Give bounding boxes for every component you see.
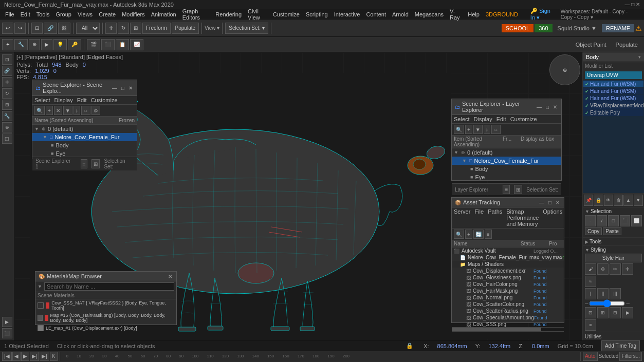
se1-item-default[interactable]: ▼ ⊕ 0 (default)	[32, 125, 137, 133]
utilities-tab[interactable]: 🔑	[68, 39, 81, 50]
create-tab[interactable]: ✦	[2, 39, 13, 50]
render-btn[interactable]: 🎬	[87, 39, 100, 50]
se2-footer-btn1[interactable]: ≡	[503, 185, 510, 194]
se2-tool2[interactable]: +	[465, 125, 472, 134]
paste-btn[interactable]: Paste	[603, 227, 621, 235]
unlink-btn[interactable]: ⛓	[58, 23, 70, 34]
asset-row-maps[interactable]: 📁 Maps / Shaders	[452, 261, 564, 268]
menu-megascans[interactable]: Megascans	[412, 11, 447, 17]
sidebar-tools-icon[interactable]: 🔧	[2, 111, 12, 121]
asset-tool1[interactable]: 🔍	[454, 230, 464, 239]
sign-in-btn[interactable]: 🔑 Sign In ▾	[527, 8, 558, 21]
se2-expand[interactable]: ↕	[484, 125, 490, 134]
asset-row-maxfile[interactable]: 📄 Nelore_Cow_Female_Fur_max_vray.max Ok	[452, 254, 564, 261]
populate-btn2[interactable]: Populate	[612, 41, 642, 49]
mod-pin-icon[interactable]: 📌	[584, 195, 593, 206]
asset-server[interactable]: Server	[454, 208, 470, 227]
asset-minimize-btn[interactable]: —	[538, 200, 545, 205]
se1-display[interactable]: Display	[54, 97, 73, 103]
se2-item-eye[interactable]: ■ Eye	[452, 173, 561, 181]
se2-select[interactable]: Select	[454, 116, 470, 122]
sidebar-bottom-1[interactable]: ▶	[2, 317, 12, 327]
se1-edit[interactable]: Edit	[77, 97, 87, 103]
menu-rendering[interactable]: Rendering	[212, 11, 245, 17]
menu-modifiers[interactable]: Modifiers	[119, 11, 148, 17]
asset-row-sss[interactable]: 🖼 Cow_SSS.png Found	[452, 321, 564, 327]
menu-customize[interactable]: Customize	[270, 11, 303, 17]
hair-icon-3[interactable]: |||	[610, 288, 621, 299]
timeline[interactable]: |◀ ◀ ▶ ▶| ▶| K 0 10 20 30 40 50 60 70 80…	[0, 351, 644, 361]
menu-file[interactable]: File	[2, 11, 17, 17]
workspace-selector[interactable]: Workspaces: Default - Copy - Copy - Copy…	[558, 9, 642, 20]
filter-select[interactable]: All	[76, 23, 100, 34]
menu-3dground[interactable]: 3DGROUND	[483, 11, 521, 17]
menu-interactive[interactable]: Interactive	[331, 11, 363, 17]
style-hair-btn[interactable]: Style Hair	[585, 254, 642, 262]
mat-search-input[interactable]	[44, 282, 174, 291]
se2-footer-btn2[interactable]: ⊞	[514, 185, 522, 194]
hair-icon-2[interactable]: ||	[597, 288, 609, 299]
se2-header[interactable]: 🗂 Scene Explorer - Layer Explorer — □ ✕	[452, 99, 561, 115]
scene-explorer-1-header[interactable]: 🗂 Scene Explorer - Scene Explo... — □ ✕	[32, 80, 137, 96]
se1-tool1[interactable]: 🔍	[34, 106, 45, 115]
asset-row-hairmask[interactable]: 🖼 Cow_HairMask.png Found	[452, 288, 564, 294]
modifier-item-4[interactable]: ✓ VRayDisplacementMod	[583, 102, 643, 109]
menu-scripting[interactable]: Scripting	[303, 11, 331, 17]
se1-item-body[interactable]: ■ Body	[32, 141, 137, 149]
modifier-item-5[interactable]: ✓ Editable Poly	[583, 109, 643, 116]
se1-expand[interactable]: ↕	[73, 106, 80, 115]
mod-show-icon[interactable]: 👁	[604, 195, 613, 206]
asset-row-specular[interactable]: 🖼 Cow_SpecularAmount.png Found	[452, 314, 564, 321]
select-btn[interactable]: ⊡	[31, 23, 43, 34]
menu-content[interactable]: Content	[363, 11, 389, 17]
next-frame-btn[interactable]: ▶|	[30, 352, 40, 361]
freeform-btn[interactable]: Freeform	[142, 23, 171, 34]
asset-row-scattercolor[interactable]: 🖼 Cow_ScatterColor.png Found	[452, 301, 564, 308]
guide-icon-3[interactable]: ⊟	[610, 307, 621, 318]
asset-tool3[interactable]: 🔄	[473, 230, 484, 239]
asset-options[interactable]: Options	[543, 208, 562, 227]
mat-item-1[interactable]: Cow_SSS_MAT { VRayFastSSS2 } [Body, Eye,…	[35, 299, 176, 312]
goto-start-btn[interactable]: |◀	[2, 352, 12, 361]
mat-item-2[interactable]: Map #15 (Cow_HairMask.png) [Body, Body, …	[35, 312, 176, 324]
selection-expand[interactable]: ▼ Selection	[585, 208, 642, 214]
menu-civil-view[interactable]: Civil View	[245, 8, 270, 21]
asset-header[interactable]: 📦 Asset Tracking — □ ✕	[452, 198, 564, 207]
sidebar-link-icon[interactable]: 🔗	[2, 66, 12, 76]
menu-tools[interactable]: Tools	[33, 11, 53, 17]
sidebar-rotate-icon[interactable]: ↻	[2, 88, 12, 99]
hierarchy-tab[interactable]: ⊕	[29, 39, 40, 50]
sidebar-move-icon[interactable]: ✛	[2, 77, 12, 87]
vert-icon[interactable]: ·	[585, 215, 596, 226]
se1-tool2[interactable]: +	[46, 106, 53, 115]
guide-icon-4[interactable]: ▶	[622, 307, 633, 318]
curve-editor-btn[interactable]: 📈	[130, 39, 143, 50]
rotate-btn[interactable]: ↻	[118, 23, 129, 34]
play-btn[interactable]: ▶	[21, 352, 29, 361]
se2-minimize-btn[interactable]: —	[536, 104, 543, 110]
sidebar-select-icon[interactable]: ⊡	[2, 54, 12, 65]
mod-delete-icon[interactable]: 🗑	[614, 195, 623, 206]
squid-label[interactable]: Squid Studio ▼	[554, 24, 601, 32]
filters-btn[interactable]: Filters...	[619, 352, 642, 361]
tools-expand[interactable]: ▶ Tools	[585, 239, 642, 244]
asset-close-btn[interactable]: ✕	[555, 200, 561, 205]
asset-file[interactable]: File	[474, 208, 484, 227]
se2-close-btn[interactable]: ✕	[552, 104, 558, 110]
object-paint-label[interactable]: Object Paint	[572, 41, 611, 49]
se1-settings[interactable]: ⚙	[91, 106, 100, 115]
mod-up-icon[interactable]: ▲	[623, 195, 633, 206]
menu-vray[interactable]: V-Ray	[447, 8, 465, 21]
mat-close-btn[interactable]: ✕	[167, 274, 173, 279]
modifier-item-3[interactable]: ✓ Hair and Fur (WSM)	[583, 95, 643, 102]
asset-scrollbar[interactable]	[452, 327, 564, 331]
se2-item-body[interactable]: ■ Body	[452, 165, 561, 173]
se1-footer-btn2[interactable]: ⊞	[91, 159, 100, 168]
element-icon[interactable]: ⬜	[631, 215, 642, 226]
move-btn[interactable]: ✛	[105, 23, 117, 34]
asset-bitmap[interactable]: Bitmap Performance and Memory	[506, 208, 539, 227]
guide-icon-5[interactable]: ≡	[585, 319, 596, 331]
se2-collapse[interactable]: ↔	[491, 125, 501, 134]
se1-close-btn[interactable]: ✕	[127, 85, 134, 91]
timeline-frames[interactable]: 0 10 20 30 40 50 60 70 80 90 100 110 120…	[60, 354, 580, 358]
